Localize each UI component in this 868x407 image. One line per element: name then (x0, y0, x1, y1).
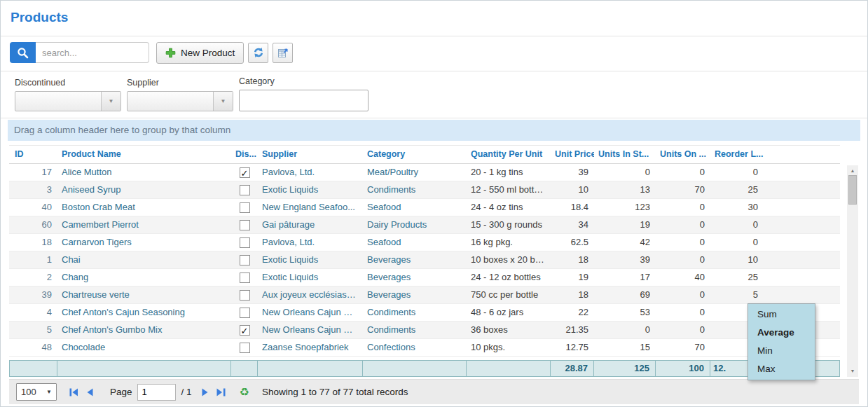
vertical-scrollbar[interactable]: ▲ ▼ (847, 165, 858, 377)
prev-page-button[interactable] (87, 388, 93, 396)
cell-discontinued (231, 234, 258, 251)
scroll-down-arrow[interactable]: ▼ (847, 367, 858, 375)
cell-units_in_stock: 69 (594, 287, 656, 303)
table-row[interactable]: 39Chartreuse verteAux joyeux ecclésiasti… (9, 287, 840, 304)
page-number-input[interactable] (137, 384, 176, 401)
summary-cell-name[interactable] (57, 360, 231, 377)
pager-status: Showing 1 to 77 of 77 total records (262, 387, 408, 397)
menu-item-average[interactable]: Average (748, 324, 815, 342)
dropdown-button[interactable]: ▼ (213, 92, 233, 111)
menu-item-max[interactable]: Max (748, 360, 815, 378)
discontinued-checkbox[interactable] (240, 237, 250, 248)
summary-cell-quantity_per_unit[interactable] (467, 360, 551, 377)
cell-name: Chang (57, 269, 231, 286)
cell-id: 3 (9, 181, 57, 198)
page-size-select[interactable]: 100 ▼ (16, 383, 57, 401)
cell-quantity_per_unit: 10 pkgs. (467, 339, 551, 356)
scroll-up-arrow[interactable]: ▲ (847, 167, 858, 175)
discontinued-dropdown[interactable]: ▼ (15, 91, 121, 111)
table-row[interactable]: 48ChocoladeZaanse SnoepfabriekConfection… (9, 339, 840, 357)
summary-cell-units_in_stock[interactable]: 125 (594, 360, 656, 377)
discontinued-checkbox[interactable] (240, 167, 250, 178)
search-input[interactable] (36, 42, 149, 63)
cell-id: 39 (9, 287, 57, 303)
summary-cell-unit_price[interactable]: 28.87 (551, 360, 594, 377)
new-product-button[interactable]: New Product (156, 42, 244, 64)
cell-units_in_stock: 17 (594, 269, 656, 286)
cell-unit_price: 18 (551, 287, 594, 303)
table-row[interactable]: 5Chef Anton's Gumbo MixNew Orleans Cajun… (9, 322, 840, 339)
table-row[interactable]: 3Aniseed SyrupExotic LiquidsCondiments12… (9, 181, 840, 199)
cell-quantity_per_unit: 16 kg pkg. (467, 234, 551, 251)
summary-cell-category[interactable] (363, 360, 467, 377)
discontinued-checkbox[interactable] (240, 290, 250, 301)
menu-item-min[interactable]: Min (748, 342, 815, 360)
summary-cell-supplier[interactable] (258, 360, 363, 377)
scroll-thumb[interactable] (848, 175, 857, 205)
filter-supplier: Supplier ▼ (127, 78, 233, 111)
cell-unit_price: 18.4 (551, 199, 594, 216)
summary-cell-id[interactable] (9, 360, 57, 377)
reload-icon[interactable]: ♻ (240, 387, 249, 398)
cell-units_on_order: 0 (656, 322, 710, 338)
discontinued-checkbox[interactable] (240, 255, 250, 265)
dropdown-button[interactable]: ▼ (101, 92, 120, 111)
column-header-name[interactable]: Product Name (57, 146, 231, 163)
discontinued-checkbox[interactable] (240, 202, 250, 213)
first-page-button[interactable] (69, 388, 78, 396)
next-page-icon (202, 388, 208, 396)
column-header-discontinued[interactable]: Dis... (231, 146, 258, 163)
caret-down-icon: ▼ (46, 389, 52, 395)
cell-units_on_order: 0 (656, 251, 710, 268)
column-header-category[interactable]: Category (363, 146, 467, 163)
discontinued-checkbox[interactable] (240, 220, 250, 230)
menu-item-sum[interactable]: Sum (748, 305, 815, 324)
cell-reorder_level: 25 (710, 269, 764, 286)
cell-category: Seafood (363, 234, 467, 251)
cell-filler (764, 269, 840, 286)
cell-category: Condiments (363, 322, 467, 338)
group-by-bar[interactable]: Drag a column header here to group by th… (8, 120, 860, 141)
cell-discontinued (231, 287, 258, 303)
table-row[interactable]: 4Chef Anton's Cajun SeasoningNew Orleans… (9, 304, 840, 322)
cell-supplier: Exotic Liquids (258, 251, 363, 268)
export-button[interactable] (273, 43, 293, 63)
cell-id: 60 (9, 216, 57, 233)
caret-down-icon: ▼ (221, 98, 226, 104)
refresh-icon (252, 46, 265, 59)
column-header-quantity_per_unit[interactable]: Quantity Per Unit (467, 146, 551, 163)
discontinued-checkbox[interactable] (240, 343, 250, 353)
filter-supplier-label: Supplier (127, 78, 233, 88)
table-row[interactable]: 18Carnarvon TigersPavlova, Ltd.Seafood16… (9, 234, 840, 251)
table-row[interactable]: 1ChaiExotic LiquidsBeverages10 boxes x 2… (9, 251, 840, 269)
last-page-icon (216, 388, 226, 396)
summary-cell-discontinued[interactable] (231, 360, 258, 377)
column-header-units_on_order[interactable]: Units On ... (656, 146, 710, 163)
discontinued-checkbox[interactable] (240, 308, 250, 318)
discontinued-checkbox[interactable] (240, 325, 250, 336)
next-page-button[interactable] (202, 388, 208, 396)
table-row[interactable]: 40Boston Crab MeatNew England Seafoo...S… (9, 199, 840, 216)
search-button[interactable] (10, 42, 36, 63)
column-header-id[interactable]: ID (9, 146, 57, 163)
supplier-dropdown[interactable]: ▼ (127, 91, 233, 111)
cell-name: Chocolade (57, 339, 231, 356)
column-header-supplier[interactable]: Supplier (258, 146, 363, 163)
refresh-button[interactable] (248, 43, 268, 63)
cell-supplier: Zaanse Snoepfabriek (258, 339, 363, 356)
column-header-units_in_stock[interactable]: Units In St... (594, 146, 656, 163)
table-row[interactable]: 17Alice MuttonPavlova, Ltd.Meat/Poultry2… (9, 164, 840, 181)
column-header-reorder_level[interactable]: Reorder L... (710, 146, 764, 163)
last-page-button[interactable] (216, 388, 226, 396)
category-input[interactable] (239, 90, 368, 111)
table-row[interactable]: 2ChangExotic LiquidsBeverages24 - 12 oz … (9, 269, 840, 287)
discontinued-checkbox[interactable] (240, 273, 250, 283)
column-header-unit_price[interactable]: Unit Price (551, 146, 594, 163)
summary-cell-units_on_order[interactable]: 100 (656, 360, 710, 377)
table-row[interactable]: 60Camembert PierrotGai pâturageDairy Pro… (9, 216, 840, 234)
cell-name: Camembert Pierrot (57, 216, 231, 233)
discontinued-checkbox[interactable] (240, 185, 250, 195)
cell-units_in_stock: 42 (594, 234, 656, 251)
cell-id: 40 (9, 199, 57, 216)
cell-units_in_stock: 19 (594, 216, 656, 233)
